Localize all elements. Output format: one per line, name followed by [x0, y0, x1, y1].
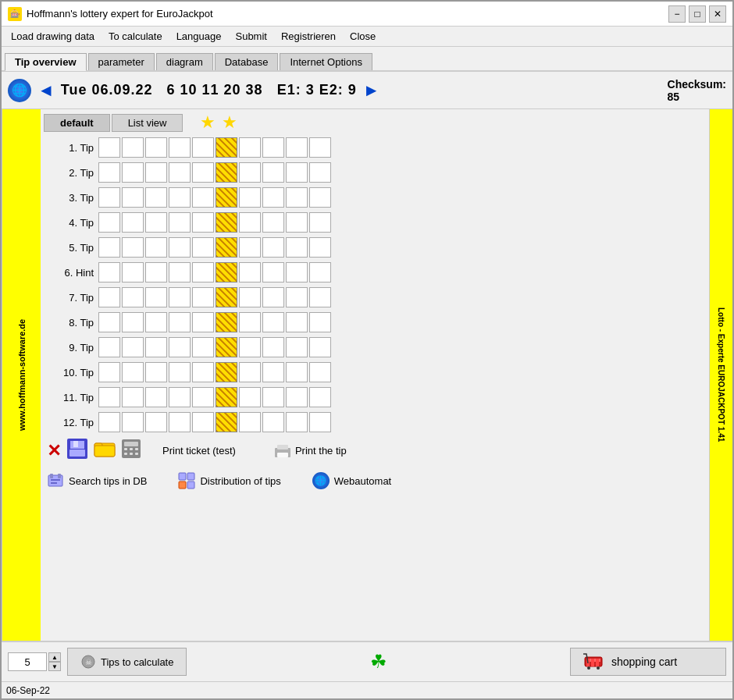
extra-cell[interactable]	[286, 212, 308, 233]
tip-cell[interactable]	[122, 412, 144, 432]
tip-cell[interactable]	[122, 137, 144, 158]
tip-cell[interactable]	[98, 362, 120, 382]
extra-cell[interactable]	[286, 287, 308, 307]
tips-to-calculate-button[interactable]: ☠ Tips to calculate	[67, 648, 187, 676]
tip-cell[interactable]	[122, 312, 144, 332]
tip-cell[interactable]	[169, 337, 191, 357]
extra-cell[interactable]	[239, 187, 261, 208]
extra-cell[interactable]	[262, 387, 284, 407]
tab-parameter[interactable]: parameter	[88, 53, 155, 70]
tip-cell[interactable]	[98, 212, 120, 233]
tip-cell[interactable]	[192, 237, 214, 258]
extra-cell[interactable]	[239, 312, 261, 332]
extra-cell[interactable]	[286, 237, 308, 258]
tip-cell[interactable]	[122, 262, 144, 282]
tip-cell[interactable]	[122, 162, 144, 183]
tip-cell[interactable]	[122, 387, 144, 407]
open-button[interactable]	[94, 439, 116, 462]
tip-cell[interactable]	[192, 187, 214, 208]
tip-cell[interactable]	[145, 212, 167, 233]
menu-to-calculate[interactable]: To calculate	[102, 29, 169, 44]
spinner-down-button[interactable]: ▼	[48, 662, 61, 671]
tip-cell[interactable]	[169, 162, 191, 183]
menu-submit[interactable]: Submit	[229, 29, 273, 44]
tip-cell[interactable]	[169, 237, 191, 258]
tip-cell[interactable]	[169, 362, 191, 382]
tip-cell[interactable]	[169, 137, 191, 158]
tip-cell[interactable]	[145, 237, 167, 258]
tab-database[interactable]: Database	[215, 53, 279, 70]
menu-registrieren[interactable]: Registrieren	[275, 29, 342, 44]
tips-count-spinner[interactable]	[8, 652, 47, 671]
extra-cell[interactable]	[286, 362, 308, 382]
view-tab-listview[interactable]: List view	[112, 114, 184, 132]
extra-cell[interactable]	[309, 187, 331, 208]
globe-icon[interactable]: 🌐	[8, 79, 31, 102]
extra-cell[interactable]	[309, 337, 331, 357]
star-icon-2[interactable]: ★	[222, 112, 237, 133]
tip-cell[interactable]	[169, 287, 191, 307]
extra-cell[interactable]	[239, 212, 261, 233]
tip-cell[interactable]	[192, 362, 214, 382]
extra-cell[interactable]	[239, 387, 261, 407]
extra-cell[interactable]	[262, 187, 284, 208]
extra-cell[interactable]	[262, 262, 284, 282]
extra-cell[interactable]	[309, 137, 331, 158]
tip-cell[interactable]	[192, 337, 214, 357]
extra-cell[interactable]	[286, 387, 308, 407]
tip-cell[interactable]	[145, 312, 167, 332]
extra-cell[interactable]	[309, 212, 331, 233]
webautomat-button[interactable]: 🌐 Webautomat	[312, 472, 391, 489]
maximize-button[interactable]: □	[689, 5, 706, 23]
tip-cell[interactable]	[192, 212, 214, 233]
tip-cell[interactable]	[169, 312, 191, 332]
tip-cell[interactable]	[145, 137, 167, 158]
menu-load-drawing[interactable]: Load drawing data	[5, 29, 101, 44]
tip-cell[interactable]	[122, 187, 144, 208]
extra-cell[interactable]	[309, 237, 331, 258]
shopping-cart-button[interactable]: shopping cart	[570, 648, 726, 676]
tip-cell[interactable]	[145, 287, 167, 307]
tip-cell[interactable]	[192, 387, 214, 407]
spinner-up-button[interactable]: ▲	[48, 652, 61, 662]
extra-cell[interactable]	[239, 262, 261, 282]
extra-cell[interactable]	[286, 337, 308, 357]
tab-internet-options[interactable]: Internet Options	[280, 53, 372, 70]
tip-cell[interactable]	[98, 237, 120, 258]
tip-cell[interactable]	[192, 262, 214, 282]
extra-cell[interactable]	[262, 162, 284, 183]
tip-cell[interactable]	[169, 412, 191, 432]
tip-cell[interactable]	[98, 312, 120, 332]
tip-cell[interactable]	[98, 412, 120, 432]
extra-cell[interactable]	[239, 362, 261, 382]
tip-cell[interactable]	[98, 137, 120, 158]
tip-cell[interactable]	[98, 187, 120, 208]
extra-cell[interactable]	[309, 262, 331, 282]
extra-cell[interactable]	[239, 337, 261, 357]
menu-close[interactable]: Close	[344, 29, 382, 44]
tip-cell[interactable]	[192, 287, 214, 307]
extra-cell[interactable]	[239, 162, 261, 183]
print-tip-button[interactable]: Print the tip	[273, 442, 347, 460]
extra-cell[interactable]	[286, 412, 308, 432]
menu-language[interactable]: Language	[170, 29, 228, 44]
tip-cell[interactable]	[145, 162, 167, 183]
extra-cell[interactable]	[286, 187, 308, 208]
search-tips-button[interactable]: Search tips in DB	[47, 472, 147, 489]
tip-cell[interactable]	[192, 412, 214, 432]
extra-cell[interactable]	[286, 162, 308, 183]
extra-cell[interactable]	[262, 337, 284, 357]
extra-cell[interactable]	[286, 262, 308, 282]
tab-tip-overview[interactable]: Tip overview	[5, 53, 87, 71]
distribution-button[interactable]: Distribution of tips	[178, 472, 280, 489]
extra-cell[interactable]	[309, 362, 331, 382]
tip-cell[interactable]	[122, 287, 144, 307]
extra-cell[interactable]	[309, 412, 331, 432]
extra-cell[interactable]	[309, 312, 331, 332]
tip-cell[interactable]	[98, 262, 120, 282]
tip-cell[interactable]	[169, 262, 191, 282]
tip-cell[interactable]	[169, 212, 191, 233]
extra-cell[interactable]	[239, 237, 261, 258]
tip-cell[interactable]	[98, 162, 120, 183]
extra-cell[interactable]	[239, 287, 261, 307]
